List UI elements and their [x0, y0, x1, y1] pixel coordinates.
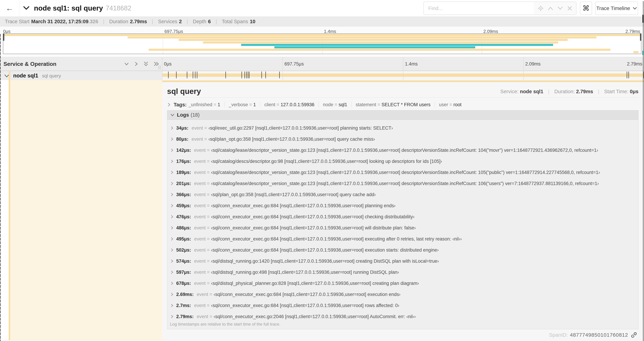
back-button[interactable]: ←	[0, 0, 20, 16]
left-window-edge	[0, 34, 0, 341]
minimap-left-scrubber[interactable]	[3, 34, 4, 41]
logs-label: Logs	[177, 112, 189, 118]
column-resizer[interactable]	[158, 66, 160, 69]
total-spans-label: Total Spans	[222, 19, 248, 25]
start-time-label: Start Time:	[604, 89, 628, 94]
tag-item: client = 127.0.0.1:59936	[264, 102, 314, 107]
total-spans-value: 10	[250, 19, 255, 25]
log-entry[interactable]: 176μs:event =‹sql/catalog/descs/descript…	[167, 156, 638, 167]
timeline-header: Service & Operation 0μs 697.75μs 1.4ms 2…	[0, 57, 644, 71]
collapse-all-icon[interactable]	[143, 61, 149, 67]
span-bar[interactable]	[162, 74, 644, 77]
duration-label: Duration:	[554, 89, 575, 94]
deep-link-icon[interactable]	[631, 332, 637, 338]
span-row-timeline[interactable]	[162, 71, 644, 80]
minimap-span	[241, 44, 553, 46]
depth-value: 6	[208, 19, 211, 25]
duration-value: 2.79ms	[130, 19, 147, 25]
duration-value: 2.79ms	[576, 89, 593, 94]
tick-label-3: 2.09ms	[525, 57, 541, 71]
tick-label-2: 1.4ms	[405, 57, 418, 71]
start-time-value: 0μs	[630, 89, 638, 94]
trace-start-label: Trace Start	[5, 19, 30, 25]
tag-item: statement = SELECT * FROM users	[356, 102, 430, 107]
prev-result-icon[interactable]	[548, 6, 554, 11]
trace-info-bar: Trace Start March 31 2022, 17:25:09.326 …	[0, 17, 644, 27]
minimap-span	[149, 49, 610, 51]
log-entry[interactable]: 189μs:event =‹sql/catalog/lease/descript…	[167, 167, 638, 178]
page-title: node sql1: sql query 7418682	[34, 0, 132, 16]
trace-id: 7418682	[106, 5, 132, 12]
tick-label-0: 0μs	[164, 57, 172, 71]
right-edge-teal-mark	[642, 51, 644, 55]
tags-label: Tags:	[174, 102, 186, 108]
expand-one-icon[interactable]	[134, 61, 138, 67]
log-entry[interactable]: 2.69ms:event =‹sql/conn_executor_exec.go…	[167, 289, 638, 300]
collapse-one-icon[interactable]	[124, 62, 130, 66]
detail-row-name-column	[10, 80, 162, 340]
span-operation-name: sql query	[42, 73, 61, 79]
locate-icon[interactable]	[538, 5, 544, 11]
service-value: node sql1	[520, 89, 543, 94]
span-detail-title: sql query	[167, 87, 201, 96]
logs-header[interactable]: Logs (18)	[167, 110, 638, 120]
trace-view-select[interactable]: Trace Timeline	[595, 2, 638, 15]
services-value: 2	[179, 19, 182, 25]
find-input[interactable]	[424, 2, 534, 15]
find-box	[424, 2, 576, 15]
span-service-name: node sql1	[13, 73, 38, 79]
trace-start-value: March 31 2022, 17:25:09.326	[31, 19, 98, 25]
service-operation-header: Service & Operation	[4, 57, 56, 71]
minimap-span	[274, 46, 475, 48]
back-arrow-icon: ←	[6, 4, 14, 13]
span-indent-guide	[9, 71, 10, 340]
chevron-down-icon	[632, 7, 637, 10]
span-id-value: 4877749850101760812	[570, 332, 628, 338]
minimap-right-scrubber[interactable]	[640, 34, 642, 41]
log-entry[interactable]: 34μs:event =‹sql/exec_util.go:2297 [nsql…	[167, 123, 638, 134]
minimap-span	[128, 36, 596, 39]
log-entry[interactable]: 2.79ms:event =‹sql/conn_executor_exec.go…	[167, 311, 638, 322]
span-id-row: SpanID: 4877749850101760812	[549, 332, 637, 338]
log-entry[interactable]: 366μs:event =‹sql/plan_opt.go:358 [nsql1…	[167, 189, 638, 200]
minimap-span	[203, 42, 558, 44]
log-entry[interactable]: 678μs:event =‹sql/distsql_physical_plann…	[167, 278, 638, 289]
minimap-span	[179, 39, 568, 41]
log-entry[interactable]: 80μs:event =‹sql/plan_opt.go:358 [nsql1,…	[167, 134, 638, 145]
log-entry[interactable]: 142μs:event =‹sql/catalog/lease/descript…	[167, 145, 638, 156]
logs-chevron-icon	[170, 113, 175, 117]
service-label: Service:	[500, 89, 518, 94]
log-entry[interactable]: 486μs:event =‹sql/conn_executor_exec.go:…	[167, 222, 638, 233]
find-suffix	[534, 2, 576, 15]
minimap-canvas[interactable]	[3, 34, 642, 54]
log-entry[interactable]: 2.7ms:event =‹sql/conn_executor_exec.go:…	[167, 300, 638, 311]
minimap-span	[634, 51, 638, 53]
log-entry[interactable]: 201μs:event =‹sql/catalog/lease/descript…	[167, 178, 638, 189]
log-entry[interactable]: 459μs:event =‹sql/conn_executor_exec.go:…	[167, 200, 638, 211]
log-entry[interactable]: 476μs:event =‹sql/conn_executor_exec.go:…	[167, 211, 638, 222]
log-entry[interactable]: 495μs:event =‹sql/conn_executor_exec.go:…	[167, 233, 638, 244]
collapse-trace-chevron-icon[interactable]	[23, 6, 30, 11]
tag-item: _verbose = 1	[229, 102, 256, 107]
log-entry[interactable]: 574μs:event =‹sql/distsql_running.go:142…	[167, 256, 638, 267]
span-row-name[interactable]: node sql1 sql query	[0, 71, 162, 80]
trace-minimap: 0μs 697.75μs 1.4ms 2.09ms 2.79ms	[0, 27, 644, 57]
top-bar: ← node sql1: sql query 7418682 ⌘ Trace T…	[0, 0, 644, 17]
log-entry[interactable]: 502μs:event =‹sql/conn_executor_exec.go:…	[167, 244, 638, 256]
span-detail-panel: sql query Service: node sql1 | Duration:…	[162, 80, 644, 340]
log-entry[interactable]: 597μs:event =‹sql/distsql_running.go:498…	[167, 267, 638, 278]
tag-item: _unfinished = 1	[188, 102, 220, 107]
logs-count: (18)	[190, 112, 200, 118]
logs-accordion: Logs (18) 34μs:event =‹sql/exec_util.go:…	[167, 110, 638, 329]
tag-item: user = root	[439, 102, 462, 107]
depth-label: Depth	[193, 19, 206, 25]
span-id-label: SpanID:	[549, 332, 568, 338]
tags-row[interactable]: Tags: _unfinished = 1_verbose = 1client …	[167, 100, 462, 109]
next-result-icon[interactable]	[557, 6, 563, 11]
tag-item: node = sql1	[323, 102, 347, 107]
keyboard-shortcuts-button[interactable]: ⌘	[580, 2, 592, 15]
tick-label-1: 697.75μs	[284, 57, 304, 71]
clear-find-icon[interactable]	[567, 6, 572, 11]
scrollbar-thumb[interactable]	[642, 15, 644, 23]
span-detail-overview: Service: node sql1 | Duration: 2.79ms | …	[500, 89, 638, 94]
